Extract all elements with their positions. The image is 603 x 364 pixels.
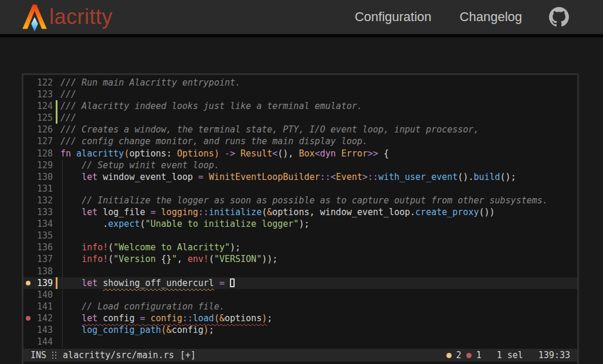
code-area: 122/// Run main Alacritty entrypoint.123… [23, 75, 577, 348]
code-text: /// config change monitor, and runs the … [60, 135, 577, 147]
gutter-dot-spacer [23, 241, 33, 253]
gutter-dot-spacer [23, 183, 33, 195]
code-line-139[interactable]: 139 let showing_off_undercurl = [23, 277, 577, 289]
code-line-127[interactable]: 127/// config change monitor, and runs t… [23, 135, 577, 147]
code-line-144[interactable]: 144 [23, 336, 577, 348]
git-gutter-spacer [53, 206, 60, 218]
git-gutter-spacer [53, 336, 60, 348]
line-number: 122 [33, 77, 53, 89]
code-line-136[interactable]: 136 info!("Welcome to Alacritty"); [23, 241, 577, 253]
gutter-dot-spacer [23, 171, 33, 183]
gutter-dot-spacer [23, 230, 33, 241]
git-gutter-spacer [53, 183, 60, 195]
line-number: 133 [33, 206, 53, 218]
git-added-bar [53, 100, 60, 112]
status-bar: INS alacritty/src/main.rs [+] 2 1 1 sel … [23, 349, 577, 362]
code-line-138[interactable]: 138 [23, 266, 577, 277]
code-line-140[interactable]: 140 [23, 289, 577, 301]
code-text [60, 266, 577, 277]
code-line-137[interactable]: 137 info!("Version {}", env!("VERSION"))… [23, 253, 577, 265]
header: lacritty Configuration Changelog [0, 0, 603, 34]
code-line-130[interactable]: 130 let window_event_loop = WinitEventLo… [23, 171, 577, 183]
github-octocat-icon [549, 7, 569, 27]
code-text [60, 230, 577, 241]
gutter-dot-spacer [23, 124, 33, 135]
code-line-135[interactable]: 135 [23, 230, 577, 241]
git-gutter-spacer [53, 89, 60, 100]
text-cursor [230, 278, 235, 287]
gutter-dot-spacer [23, 206, 33, 218]
code-line-131[interactable]: 131 [23, 183, 577, 195]
git-gutter-spacer [53, 266, 60, 277]
code-line-134[interactable]: 134 .expect("Unable to initialize logger… [23, 218, 577, 230]
code-line-122[interactable]: 122/// Run main Alacritty entrypoint. [23, 77, 577, 89]
code-text: // Initialize the logger as soon as poss… [60, 195, 577, 206]
error-dot-icon [466, 353, 472, 358]
code-line-133[interactable]: 133 let log_file = logging::initialize(&… [23, 206, 577, 218]
gutter-dot-spacer [23, 253, 33, 265]
code-line-142[interactable]: 142 let config = config::load(&options); [23, 312, 577, 324]
gutter-dot-spacer [23, 148, 33, 159]
line-number: 137 [33, 253, 53, 265]
code-text: /// Alacritty indeed looks just like a t… [60, 100, 577, 112]
gutter-dot-spacer [23, 324, 33, 336]
gutter-dot-spacer [23, 289, 33, 301]
code-text: let showing_off_undercurl = [60, 277, 577, 289]
gutter-dot-spacer [23, 159, 33, 171]
git-gutter-spacer [53, 171, 60, 183]
code-text: let config = config::load(&options); [60, 312, 577, 324]
code-line-126[interactable]: 126/// Creates a window, the terminal st… [23, 124, 577, 135]
code-line-128[interactable]: 128fn alacritty(options: Options) -> Res… [23, 148, 577, 159]
cursor-position: 139:33 [538, 350, 570, 360]
code-line-141[interactable]: 141 // Load configuration file. [23, 301, 577, 312]
code-text: log_config_path(&config); [60, 324, 577, 336]
git-gutter-spacer [53, 77, 60, 89]
git-gutter-spacer [53, 289, 60, 301]
code-text: /// [60, 89, 577, 100]
code-text: fn alacritty(options: Options) -> Result… [60, 148, 577, 159]
gutter-dot-spacer [23, 112, 33, 124]
code-text: info!("Welcome to Alacritty"); [60, 241, 577, 253]
line-number: 126 [33, 124, 53, 135]
status-modified-flag: [+] [180, 350, 196, 360]
line-number: 132 [33, 195, 53, 206]
code-line-143[interactable]: 143 log_config_path(&config); [23, 324, 577, 336]
gutter-dot-spacer [23, 77, 33, 89]
error-dot-icon [23, 312, 33, 324]
line-number: 124 [33, 100, 53, 112]
code-text: /// Creates a window, the terminal state… [60, 124, 577, 135]
code-line-123[interactable]: 123/// [23, 89, 577, 100]
code-text: /// Run main Alacritty entrypoint. [60, 77, 577, 89]
line-number: 131 [33, 183, 53, 195]
github-link[interactable] [549, 7, 569, 27]
line-number: 125 [33, 112, 53, 124]
line-number: 143 [33, 324, 53, 336]
line-number: 123 [33, 89, 53, 100]
gutter-dot-spacer [23, 301, 33, 312]
code-text: .expect("Unable to initialize logger"); [60, 218, 577, 230]
code-line-124[interactable]: 124/// Alacritty indeed looks just like … [23, 100, 577, 112]
gutter-dot-spacer [23, 266, 33, 277]
gutter-dot-spacer [23, 135, 33, 147]
code-text: // Setup winit event loop. [60, 159, 577, 171]
git-gutter-spacer [53, 195, 60, 206]
git-gutter-spacer [53, 135, 60, 147]
error-count: 1 [476, 350, 482, 360]
selection-count: 1 sel [497, 350, 523, 360]
code-line-129[interactable]: 129 // Setup winit event loop. [23, 159, 577, 171]
line-number: 128 [33, 148, 53, 159]
nav-link-changelog[interactable]: Changelog [460, 9, 522, 25]
nav-link-configuration[interactable]: Configuration [355, 9, 432, 25]
code-text: let window_event_loop = WinitEventLoopBu… [60, 171, 577, 183]
git-gutter-spacer [53, 124, 60, 135]
code-line-125[interactable]: 125/// [23, 112, 577, 124]
line-number: 129 [33, 159, 53, 171]
code-line-132[interactable]: 132 // Initialize the logger as soon as … [23, 195, 577, 206]
line-number: 142 [33, 312, 53, 324]
warning-dot-icon [23, 277, 33, 289]
dot-grid-grip-icon [52, 352, 57, 359]
git-gutter-spacer [53, 148, 60, 159]
logo-text: lacritty [49, 2, 113, 32]
status-mode: INS [31, 350, 46, 360]
alacritty-logo[interactable]: lacritty [21, 2, 113, 32]
